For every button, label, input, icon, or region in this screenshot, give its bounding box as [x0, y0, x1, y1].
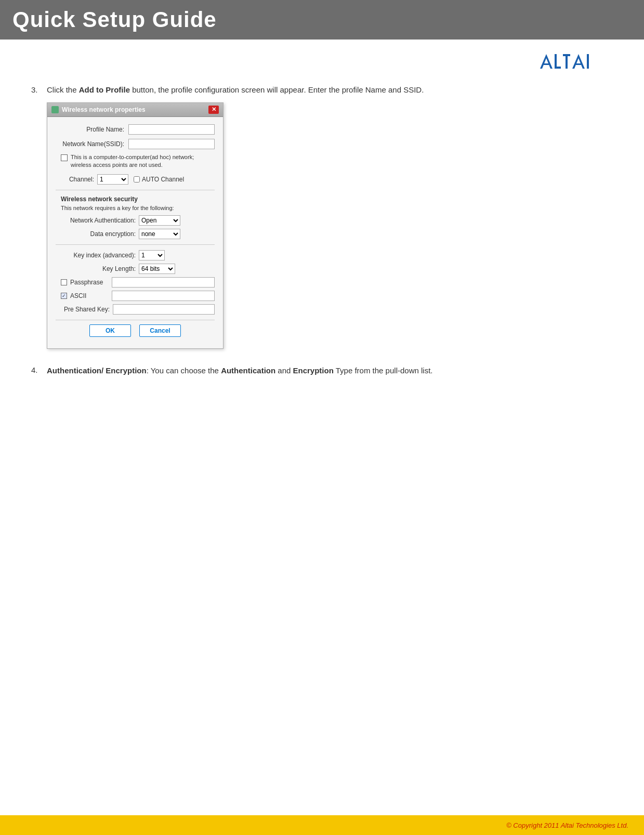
auth-row: Network Authentication: Open Shared WPA [56, 215, 215, 226]
page-title: Quick Setup Guide [12, 7, 217, 32]
svg-rect-4 [563, 54, 570, 56]
auto-channel-container: AUTO Channel [134, 176, 184, 183]
network-name-input[interactable] [128, 139, 215, 149]
profile-name-row: Profile Name: [56, 124, 215, 135]
step-4-text: Authentication/ Encryption: You can choo… [47, 364, 613, 377]
dialog-close-button[interactable]: ✕ [208, 106, 219, 114]
step-4-bold3: Encryption [293, 366, 334, 375]
step-4-bold1: Authentication/ Encryption [47, 366, 147, 375]
profile-name-label: Profile Name: [56, 126, 128, 133]
ok-button[interactable]: OK [89, 324, 131, 337]
step-4-body: Authentication/ Encryption: You can choo… [47, 364, 613, 377]
network-name-label: Network Name(SSID): [56, 140, 128, 148]
ascii-checkbox[interactable]: ✓ [61, 293, 67, 299]
step-4-text-and: and [275, 366, 293, 375]
logo-area [0, 40, 644, 79]
step-3-number: 3. [31, 84, 47, 94]
auto-channel-label: AUTO Channel [142, 176, 184, 183]
key-index-select[interactable]: 1 2 3 4 [139, 250, 165, 260]
passphrase-input[interactable] [112, 277, 215, 288]
svg-rect-8 [587, 54, 589, 69]
network-name-row: Network Name(SSID): [56, 139, 215, 149]
divider-2 [56, 244, 215, 245]
auto-channel-checkbox[interactable] [134, 176, 140, 182]
step-3-text-mid: button, the profile configuration screen… [130, 85, 424, 94]
adhoc-checkbox-row: This is a computer-to-computer(ad hoc) n… [56, 153, 215, 169]
adhoc-checkbox-label: This is a computer-to-computer(ad hoc) n… [71, 153, 215, 169]
pre-shared-label: Pre Shared Key: [61, 306, 113, 313]
step-4: 4. Authentication/ Encryption: You can c… [31, 364, 613, 377]
divider-1 [56, 190, 215, 190]
enc-select[interactable]: none WEP TKIP AES [139, 229, 180, 239]
key-length-select[interactable]: 64 bits 128 bits [139, 264, 175, 274]
ascii-label: ASCII [70, 292, 112, 299]
profile-name-input[interactable] [128, 124, 215, 135]
page-footer: © Copyright 2011 Altai Technologies Ltd. [0, 815, 644, 835]
auth-select[interactable]: Open Shared WPA [139, 215, 180, 226]
ascii-input[interactable] [112, 291, 215, 301]
key-index-label: Key index (advanced): [61, 252, 139, 259]
security-section-title: Wireless network security [56, 195, 215, 203]
footer-text: © Copyright 2011 Altai Technologies Ltd. [506, 821, 628, 829]
dialog-title-text: Wireless network properties [62, 106, 146, 113]
pre-shared-row: Pre Shared Key: [56, 304, 215, 315]
auth-label: Network Authentication: [61, 217, 139, 224]
svg-rect-2 [555, 54, 557, 69]
ascii-row: ✓ ASCII [56, 291, 215, 301]
altai-logo [540, 49, 623, 74]
step-3: 3. Click the Add to Profile button, the … [31, 84, 613, 349]
logo-svg [540, 49, 623, 74]
svg-marker-0 [540, 54, 553, 69]
enc-label: Data encryption: [61, 230, 139, 238]
passphrase-checkbox[interactable] [61, 279, 67, 285]
page-header: Quick Setup Guide [0, 0, 644, 40]
dialog-titlebar: Wireless network properties ✕ [47, 103, 223, 117]
dialog-buttons: OK Cancel [56, 320, 215, 343]
passphrase-row: Passphrase [56, 277, 215, 288]
svg-rect-1 [543, 63, 550, 65]
dialog-icon [51, 106, 59, 113]
passphrase-label: Passphrase [70, 279, 112, 286]
step-3-bold1: Add to Profile [79, 85, 130, 94]
key-index-row: Key index (advanced): 1 2 3 4 [56, 250, 215, 260]
key-length-label: Key Length: [61, 265, 139, 272]
svg-rect-5 [566, 56, 568, 69]
svg-rect-7 [575, 63, 582, 65]
security-section-sub: This network requires a key for the foll… [56, 205, 215, 211]
channel-label: Channel: [66, 176, 97, 183]
step-4-bold2: Authentication [221, 366, 275, 375]
dialog-titlebar-left: Wireless network properties [51, 106, 146, 113]
step-4-text-end: Type from the pull-down list. [334, 366, 433, 375]
step-4-text-mid: : You can choose the [147, 366, 221, 375]
step-3-body: Click the Add to Profile button, the pro… [47, 84, 613, 349]
svg-marker-6 [572, 54, 585, 69]
pre-shared-input[interactable] [113, 304, 215, 315]
wireless-dialog: Wireless network properties ✕ Profile Na… [47, 102, 224, 349]
channel-row: Channel: 1 2 3 6 11 AUTO Channel [56, 174, 215, 185]
channel-select[interactable]: 1 2 3 6 11 [97, 174, 128, 185]
svg-rect-3 [555, 67, 561, 69]
content-area: 3. Click the Add to Profile button, the … [0, 79, 644, 413]
step-3-text: Click the Add to Profile button, the pro… [47, 84, 613, 96]
step-4-number: 4. [31, 364, 47, 374]
cancel-button[interactable]: Cancel [139, 324, 181, 337]
dialog-body: Profile Name: Network Name(SSID): This i… [47, 117, 223, 349]
enc-row: Data encryption: none WEP TKIP AES [56, 229, 215, 239]
key-length-row: Key Length: 64 bits 128 bits [56, 264, 215, 274]
adhoc-checkbox[interactable] [61, 154, 68, 161]
